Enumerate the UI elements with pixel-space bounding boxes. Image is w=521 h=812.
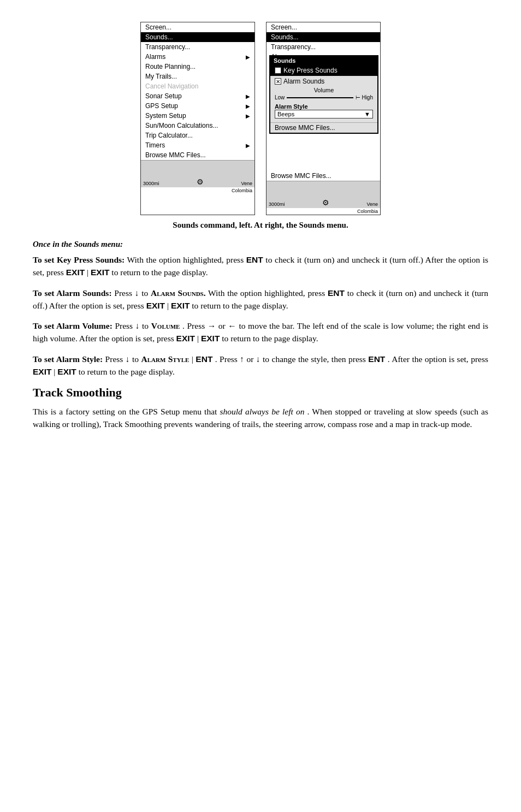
para1-intro: To set Key Press Sounds: xyxy=(33,255,125,264)
para4-text4: to return to the page display. xyxy=(79,367,175,376)
menu-item-route-left: Route Planning... xyxy=(141,62,254,72)
para2-exit2: EXIT xyxy=(171,301,190,310)
para3-exit1: EXIT xyxy=(176,334,195,343)
para-alarm-sounds: To set Alarm Sounds: Press ↓ to Alarm So… xyxy=(33,287,488,312)
submenu-key-press: ✕ Key Press Sounds xyxy=(270,65,377,76)
para1-ent: ENT xyxy=(246,255,263,264)
para4-exit1: EXIT xyxy=(33,367,51,376)
para-alarm-style: To set Alarm Style: Press ↓ to Alarm Sty… xyxy=(33,353,488,378)
volume-track: ········ xyxy=(287,97,353,98)
alarm-style-label: Alarm Style xyxy=(275,103,373,110)
menu-item-browse-left: Browse MMC Files... xyxy=(141,150,254,160)
para4-exit2: EXIT xyxy=(57,367,76,376)
volume-low: Low xyxy=(275,94,285,100)
menu-item-screen-right: Screen... xyxy=(267,22,380,32)
track-text1: This is a factory setting on the GPS Set… xyxy=(33,407,220,416)
menu-item-system-left: System Setup ▶ xyxy=(141,111,254,121)
para1-text3: to return to the page display. xyxy=(111,268,208,277)
menu-item-sounds-left: Sounds... xyxy=(141,32,254,42)
para1-exit2: EXIT xyxy=(91,268,109,277)
volume-high: ⊢ High xyxy=(356,94,373,100)
para3-intro: To set Alarm Volume: xyxy=(33,321,113,330)
submenu-browse: Browse MMC Files... xyxy=(270,122,377,133)
menu-item-timers-left: Timers ▶ xyxy=(141,140,254,150)
alarm-sounds-label: Alarm Sounds xyxy=(283,78,324,85)
map-icon-right: ⚙ xyxy=(322,198,329,207)
para1-text1: With the option highlighted, press xyxy=(127,255,246,264)
figure-caption: Sounds command, left. At right, the Soun… xyxy=(33,221,488,230)
para4-alarm-style: Alarm Style xyxy=(141,354,190,364)
menu-item-trip-left: Trip Calculator... xyxy=(141,131,254,140)
para-alarm-volume: To set Alarm Volume: Press ↓ to Volume .… xyxy=(33,319,488,345)
alarm-style-dropdown-icon: ▼ xyxy=(364,111,370,117)
para3-pipe: | xyxy=(195,334,201,343)
para3-volume: Volume xyxy=(151,321,180,330)
menu-item-transparency-right: Transparency... xyxy=(267,42,380,52)
map-icon-left: ⚙ xyxy=(197,177,204,186)
para4-text1: Press ↓ to xyxy=(105,354,141,364)
para3-exit2: EXIT xyxy=(201,334,220,343)
track-italic: should always be left on xyxy=(220,407,304,416)
para4-text2: . Press ↑ or ↓ to change the style, then… xyxy=(215,354,369,364)
right-menu: Screen... Sounds... Transparency... Alar… xyxy=(266,22,381,215)
volume-label: Volume xyxy=(270,87,377,93)
figure-area: Screen... Sounds... Transparency... Alar… xyxy=(33,22,488,215)
menu-item-cancel-left: Cancel Navigation xyxy=(141,81,254,91)
menu-item-mytrails-left: My Trails... xyxy=(141,72,254,81)
para4-intro: To set Alarm Style: xyxy=(33,354,103,364)
para2-text1: Press ↓ to xyxy=(114,288,151,298)
menu-item-sonar-left: Sonar Setup ▶ xyxy=(141,91,254,101)
para2-ent: ENT xyxy=(328,288,345,298)
para1-exit1: EXIT xyxy=(66,268,85,277)
sounds-submenu: Sounds ✕ Key Press Sounds ✕ Alarm Sounds… xyxy=(269,55,378,134)
para3-text3: to return to the page display. xyxy=(222,334,318,343)
map-scale-right: 3000mi xyxy=(269,201,285,207)
once-heading: Once in the Sounds menu: xyxy=(33,240,488,249)
volume-dots: ········ xyxy=(287,94,303,100)
key-press-checkbox: ✕ xyxy=(275,67,281,74)
para4-ent1: ENT xyxy=(196,354,212,364)
map-scale-left: 3000mi xyxy=(143,181,159,186)
para3-text1: Press ↓ to xyxy=(115,321,151,330)
key-press-label: Key Press Sounds xyxy=(283,67,338,74)
para4-pipe2: | xyxy=(51,367,57,376)
submenu-title: Sounds xyxy=(270,56,377,65)
para2-alarm: Alarm Sounds. xyxy=(151,288,206,298)
track-smoothing-para: This is a factory setting on the GPS Set… xyxy=(33,405,488,431)
alarm-style-value: Beeps xyxy=(277,111,294,117)
menu-item-sounds-right: Sounds... xyxy=(267,32,380,42)
track-smoothing-title: Track Smoothing xyxy=(33,386,488,400)
menu-item-alarms-left: Alarms ▶ xyxy=(141,52,254,62)
para1-pipe: | xyxy=(85,268,91,277)
right-panel: Screen... Sounds... Transparency... Alar… xyxy=(266,22,381,215)
menu-item-screen-left: Screen... xyxy=(141,22,254,32)
menu-item-gps-left: GPS Setup ▶ xyxy=(141,101,254,111)
map-country-left: Colombia xyxy=(141,187,254,194)
map-label-right: Vene xyxy=(366,201,378,207)
map-country-right: Colombia xyxy=(267,208,380,215)
menu-item-transparency-left: Transparency... xyxy=(141,42,254,52)
left-menu: Screen... Sounds... Transparency... Alar… xyxy=(140,22,255,215)
menu-item-browse-right: Browse MMC Files... xyxy=(267,171,380,181)
alarm-style-section: Alarm Style Beeps ▼ xyxy=(270,102,377,120)
para4-ent2: ENT xyxy=(368,354,385,364)
map-strip-right: 3000mi ⚙ Vene xyxy=(267,181,380,208)
menu-item-sunmoon-left: Sun/Moon Calculations... xyxy=(141,121,254,131)
submenu-alarm-sounds: ✕ Alarm Sounds xyxy=(270,76,377,87)
alarm-sounds-checkbox: ✕ xyxy=(275,78,281,85)
alarm-style-select[interactable]: Beeps ▼ xyxy=(275,110,373,118)
para4-text3: . After the option is set, press xyxy=(388,354,488,364)
para2-pipe: | xyxy=(165,301,171,310)
volume-bar-row: Low ········ ⊢ High xyxy=(270,93,377,102)
para2-text4: to return to the page display. xyxy=(192,301,288,310)
map-label-left: Vene xyxy=(241,181,252,186)
para2-intro: To set Alarm Sounds: xyxy=(33,288,112,298)
para-key-press: To set Key Press Sounds: With the option… xyxy=(33,253,488,279)
map-strip-left: 3000mi ⚙ Vene xyxy=(141,160,254,187)
para2-exit1: EXIT xyxy=(146,301,165,310)
para2-text2: With the option highlighted, press xyxy=(208,288,328,298)
